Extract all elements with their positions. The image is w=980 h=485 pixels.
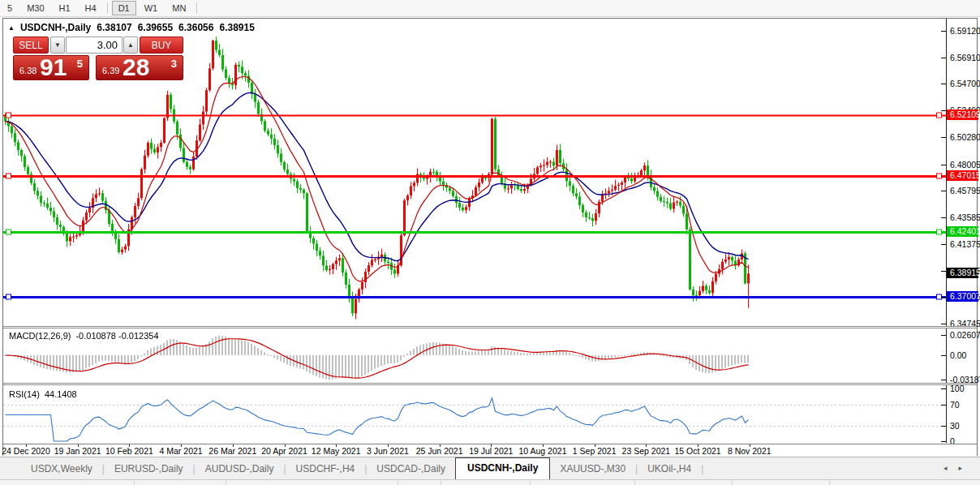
timeframe-button-5[interactable]: 5 xyxy=(1,1,19,15)
tab-divider: | xyxy=(701,463,703,479)
chevron-down-icon: ▼ xyxy=(54,41,61,49)
timeframe-button-d1[interactable]: D1 xyxy=(112,1,136,15)
tab-ukoilh4[interactable]: UKOil-,H4 xyxy=(638,459,701,479)
time-axis[interactable]: 24 Dec 202019 Jan 202110 Feb 20214 Mar 2… xyxy=(3,444,977,456)
ohlc-high: 6.39655 xyxy=(138,22,173,33)
symbol-tab-bar: USDX,Weekly|EURUSD-,Daily|AUDUSD-,Daily|… xyxy=(0,457,980,479)
ask-big-digits: 28 xyxy=(122,54,149,81)
price-marker-label-638915: 6.38915 xyxy=(947,268,978,278)
ask-prefix: 6.39 xyxy=(102,66,119,75)
rsi-indicator-label: RSI(14) 44.1408 xyxy=(9,389,77,399)
ohlc-low: 6.36056 xyxy=(178,22,213,33)
volume-decrease-button[interactable]: ▼ xyxy=(50,36,65,54)
tab-usdcaddaily[interactable]: USDCAD-,Daily xyxy=(367,459,455,479)
macd-axis-label: 0.02607 xyxy=(950,330,980,340)
macd-axis-label: 0.00 xyxy=(950,350,966,360)
date-label: 8 Nov 2021 xyxy=(713,446,786,456)
statusbar-divider xyxy=(732,481,733,485)
symbol-period-label: USDCNH-,Daily xyxy=(20,22,91,33)
statusbar-divider xyxy=(398,481,398,485)
ohlc-open: 6.38107 xyxy=(97,22,131,33)
price-tick-label: 6.48005 xyxy=(950,160,980,170)
toolbar-separator xyxy=(196,2,197,14)
statusbar-divider xyxy=(226,481,226,485)
volume-increase-button[interactable]: ▲ xyxy=(123,36,138,54)
bid-big-digits: 91 xyxy=(40,54,67,81)
ask-pip-digit: 3 xyxy=(171,58,177,70)
timeframe-toolbar: 5M30H1H4D1W1MN xyxy=(0,0,980,17)
sell-button[interactable]: SELL xyxy=(13,36,49,54)
buy-button[interactable]: BUY xyxy=(140,36,183,54)
collapse-panel-icon[interactable]: ▲ xyxy=(8,24,15,32)
price-marker-label-637007: 6.37007 xyxy=(947,291,978,302)
bid-pip-digit: 5 xyxy=(77,58,83,70)
price-marker-label-647015: 6.47015 xyxy=(947,170,978,181)
macd-name: MACD(12,26,9) xyxy=(9,331,71,341)
statusbar-divider xyxy=(134,481,135,485)
statusbar-divider xyxy=(441,481,441,485)
macd-indicator-label: MACD(12,26,9) -0.010878 -0.012354 xyxy=(9,331,159,341)
price-marker-label-652109: 6.52109 xyxy=(947,109,978,120)
price-tick-label: 6.43585 xyxy=(950,212,980,222)
rsi-name: RSI(14) xyxy=(9,389,40,399)
price-tick-label: 6.56910 xyxy=(950,53,980,62)
price-tick-label: 6.54700 xyxy=(950,79,980,88)
timeframe-button-mn[interactable]: MN xyxy=(165,1,192,15)
tab-usdcnhdaily[interactable]: USDCNH-,Daily xyxy=(455,457,550,480)
chart-window: ▲ USDCNH-,Daily 6.38107 6.39655 6.36056 … xyxy=(2,18,978,456)
chevron-up-icon: ▲ xyxy=(127,41,134,49)
timeframe-button-w1[interactable]: W1 xyxy=(138,1,165,15)
tab-usdxweekly[interactable]: USDX,Weekly xyxy=(21,459,102,479)
tab-audusddaily[interactable]: AUDUSD-,Daily xyxy=(196,459,284,479)
statusbar-divider xyxy=(634,481,635,485)
rsi-axis-label: 70 xyxy=(950,400,960,410)
chart-header: ▲ USDCNH-,Daily 6.38107 6.39655 6.36056 … xyxy=(8,22,255,33)
tab-scroll-arrows[interactable]: ◂▸ xyxy=(943,464,974,472)
price-marker-label-642401: 6.42401 xyxy=(947,226,978,237)
timeframe-button-m30[interactable]: M30 xyxy=(20,1,50,15)
bid-prefix: 6.38 xyxy=(19,66,37,75)
price-tick-label: 6.45795 xyxy=(950,186,980,195)
price-tick-label: 6.59120 xyxy=(950,26,980,36)
tab-scroll-left-icon[interactable]: ◂ xyxy=(943,464,959,472)
price-chart-canvas[interactable] xyxy=(3,19,946,443)
tab-usdchfh4[interactable]: USDCHF-,H4 xyxy=(286,459,365,479)
ask-price-box[interactable]: 6.39 28 3 xyxy=(96,55,183,80)
price-tick-label: 6.41375 xyxy=(950,239,980,249)
tab-xauusdm30[interactable]: XAUUSD-,M30 xyxy=(550,459,635,479)
macd-values: -0.010878 -0.012354 xyxy=(75,331,158,341)
timeframe-button-h4[interactable]: H4 xyxy=(79,1,103,15)
tab-eurusddaily[interactable]: EURUSD-,Daily xyxy=(105,459,193,479)
rsi-value: 44.1408 xyxy=(45,389,77,399)
price-tick-label: 6.50280 xyxy=(950,132,980,142)
status-bar xyxy=(0,479,980,485)
tab-scroll-right-icon[interactable]: ▸ xyxy=(958,464,974,472)
panel-divider-rsi[interactable] xyxy=(3,383,977,385)
panel-divider-macd[interactable] xyxy=(3,326,977,328)
volume-input[interactable] xyxy=(66,36,122,54)
statusbar-divider xyxy=(829,481,830,485)
ohlc-close: 6.38915 xyxy=(219,22,254,33)
one-click-trading-panel: SELL ▼ ▲ BUY 6.38 91 5 6.39 28 3 xyxy=(13,36,183,82)
toolbar-separator xyxy=(107,2,108,14)
timeframe-button-h1[interactable]: H1 xyxy=(53,1,77,15)
statusbar-divider xyxy=(530,481,531,485)
rsi-axis-label: 30 xyxy=(950,421,960,431)
bid-price-box[interactable]: 6.38 91 5 xyxy=(13,55,89,80)
